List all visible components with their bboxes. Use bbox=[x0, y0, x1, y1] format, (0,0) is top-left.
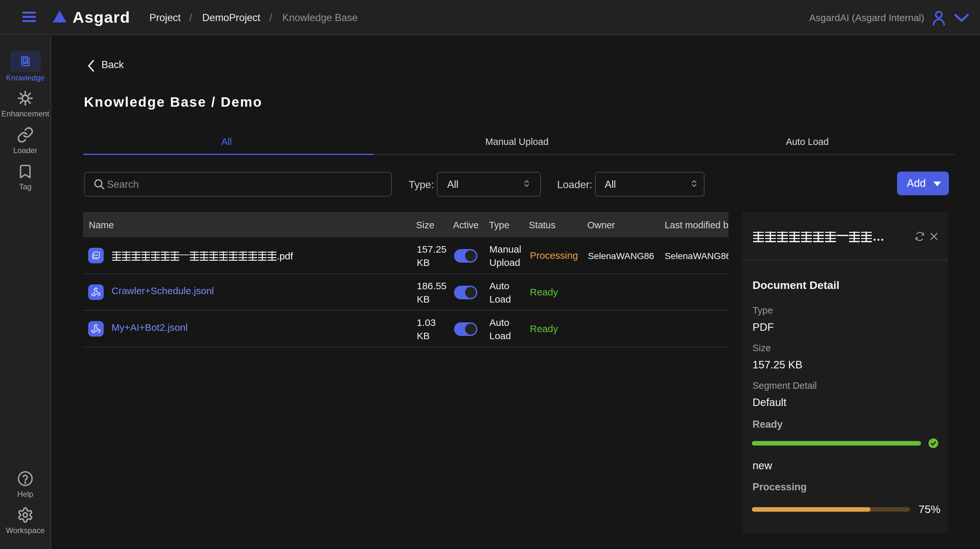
svg-text:PDF: PDF bbox=[94, 254, 99, 256]
